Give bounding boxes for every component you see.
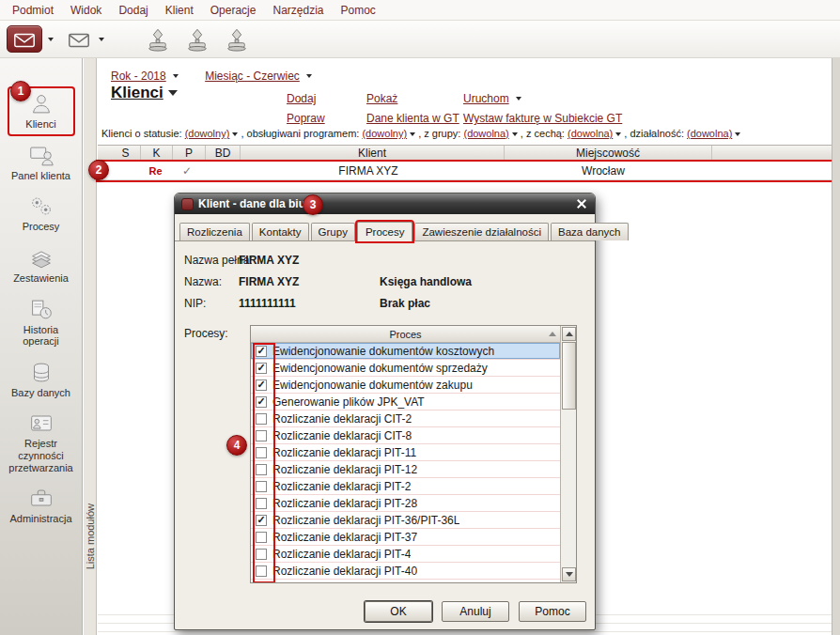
client-row[interactable]: Re ✓ FIRMA XYZ Wrocław — [98, 162, 833, 180]
process-row[interactable]: Rozliczanie deklaracji PIT-37 — [251, 529, 560, 546]
menu-item[interactable]: Operacje — [202, 1, 265, 20]
process-checkbox[interactable] — [256, 464, 267, 475]
toolbar-button[interactable] — [7, 25, 54, 53]
process-row[interactable]: Rozliczanie deklaracji PIT-28 — [251, 495, 560, 512]
process-row[interactable]: Ewidencjonowanie dokumentów sprzedaży — [251, 360, 560, 377]
process-row[interactable]: Generowanie plików JPK_VAT — [251, 394, 560, 410]
period-link[interactable]: Miesiąc - Czerwiec — [205, 67, 312, 84]
scrollbar-thumb[interactable] — [562, 342, 576, 410]
menu-item[interactable]: Widok — [62, 1, 110, 20]
process-checkbox[interactable] — [256, 363, 267, 374]
process-row[interactable]: Rozliczanie deklaracji PIT-12 — [251, 461, 560, 478]
scroll-down-icon[interactable] — [562, 567, 576, 581]
process-checkbox[interactable] — [256, 396, 267, 408]
process-checkbox[interactable] — [256, 532, 267, 543]
dialog-tab[interactable]: Rozliczenia — [179, 223, 250, 240]
dropdown-arrow-icon — [48, 38, 54, 41]
field-row: Nazwa: FIRMA XYZ Księga handlowa — [184, 271, 585, 292]
process-checkbox[interactable] — [256, 498, 267, 509]
process-row[interactable]: Rozliczanie deklaracji CIT-8 — [251, 427, 560, 444]
annotation-step-4: 4 — [226, 435, 247, 456]
column-header-k[interactable]: K — [141, 146, 173, 161]
sidebar-item[interactable]: Zestawienia — [9, 242, 73, 288]
process-name: Rozliczanie deklaracji CIT-2 — [272, 412, 412, 426]
dialog-tab[interactable]: Procesy — [357, 222, 413, 241]
modules-panel-collapsed[interactable]: Lista modułów — [84, 58, 97, 635]
process-row[interactable]: Rozliczanie deklaracji PIT-40 — [251, 563, 560, 580]
process-checkbox[interactable] — [256, 413, 267, 425]
dialog-button[interactable]: Pomoc — [519, 601, 586, 622]
column-header-s[interactable]: S — [111, 146, 141, 161]
menu-item[interactable]: Pomoc — [333, 1, 384, 20]
dropdown-arrow-icon — [173, 74, 179, 78]
process-name: Rozliczanie deklaracji CIT-8 — [272, 429, 412, 442]
action-link-label: Pokaż — [366, 92, 397, 105]
filter-value-link[interactable]: (dowolna) — [687, 128, 732, 139]
toolbar-button[interactable] — [144, 27, 172, 52]
menu-item[interactable]: Podmiot — [4, 1, 62, 20]
process-checkbox[interactable] — [256, 565, 267, 577]
process-row[interactable]: Rozliczanie deklaracji PIT-4 — [251, 546, 560, 563]
sidebar-item[interactable]: Historia operacji — [9, 294, 73, 351]
toolbar-button[interactable] — [65, 27, 104, 52]
sidebar-item[interactable]: Rejestr czynności przetwarzania — [9, 408, 73, 477]
dialog-tab[interactable]: Zawieszenie działalności — [414, 223, 549, 240]
process-checkbox[interactable] — [256, 549, 267, 560]
process-row[interactable]: Rozliczanie deklaracji PIT-2 — [251, 478, 560, 495]
dialog-tab[interactable]: Kontakty — [252, 223, 309, 240]
process-checkbox[interactable] — [256, 447, 267, 458]
close-icon[interactable] — [575, 197, 588, 210]
action-link[interactable]: Wystaw fakturę w Subiekcie GT — [463, 109, 622, 126]
column-header-bd[interactable]: BD — [206, 146, 241, 161]
menu-item[interactable]: Dodaj — [110, 1, 156, 20]
table-header: S K P BD Klient Miejscowość — [98, 145, 833, 162]
action-link[interactable]: Dodaj — [287, 89, 366, 106]
action-link[interactable]: Dane klienta w GT — [366, 109, 463, 126]
dialog-button[interactable]: Anuluj — [442, 601, 509, 622]
scrollbar[interactable] — [560, 326, 576, 582]
dialog-button[interactable]: OK — [365, 601, 432, 622]
filter-value-link[interactable]: (dowolna) — [568, 128, 613, 139]
menu-item[interactable]: Narzędzia — [264, 1, 332, 20]
dialog-tab[interactable]: Baza danych — [551, 223, 629, 240]
column-header-p[interactable]: P — [173, 146, 206, 161]
process-row[interactable]: Ewidencjonowanie dokumentów kosztowych — [251, 343, 560, 360]
filter-value-link[interactable]: (dowolny) — [185, 128, 230, 139]
process-checkbox[interactable] — [256, 346, 267, 357]
period-link[interactable]: Rok - 2018 — [111, 67, 179, 84]
process-row[interactable]: Rozliczanie deklaracji CIT-2 — [251, 410, 560, 427]
dialog-tab[interactable]: Grupy — [311, 223, 355, 240]
scroll-up-icon[interactable] — [562, 327, 576, 341]
sidebar-item[interactable]: Administracja — [9, 483, 73, 529]
process-list-header[interactable]: Proces — [251, 326, 560, 343]
process-row[interactable]: Rozliczanie deklaracji PIT-11 — [251, 444, 560, 461]
process-row[interactable]: Ewidencjonowanie dokumentów zakupu — [251, 377, 560, 394]
process-checkbox[interactable] — [256, 379, 267, 391]
page-title[interactable]: Klienci — [111, 84, 178, 102]
action-link[interactable]: Popraw — [287, 109, 366, 126]
stamp-icon — [183, 27, 211, 52]
annotation-step-1: 1 — [10, 81, 31, 101]
filter-value-link[interactable]: (dowolna) — [463, 128, 508, 139]
sidebar-item[interactable]: Procesy — [9, 191, 73, 237]
process-name: Rozliczanie deklaracji PIT-36/PIT-36L — [272, 514, 459, 527]
column-header-klient[interactable]: Klient — [241, 146, 505, 161]
process-checkbox[interactable] — [256, 515, 267, 526]
dialog-tabs: Rozliczenia Kontakty Grupy Procesy Zawie… — [179, 222, 595, 240]
process-checkbox[interactable] — [256, 481, 267, 492]
process-row[interactable]: Rozliczanie deklaracji PIT-36/PIT-36L — [251, 512, 560, 529]
toolbar-button[interactable] — [223, 27, 251, 52]
dialog-buttons: OKAnulujPomoc — [365, 601, 586, 622]
filter-value-link[interactable]: (dowolny) — [362, 128, 407, 139]
action-link[interactable]: Uruchom — [463, 89, 622, 106]
process-checkbox[interactable] — [256, 430, 267, 441]
sidebar-item[interactable]: Panel klienta — [9, 140, 73, 186]
dialog-tab-label: Baza danych — [558, 226, 621, 238]
menu-item[interactable]: Klient — [157, 1, 202, 20]
action-link[interactable]: Pokaż — [366, 89, 463, 106]
toolbar-button[interactable] — [183, 27, 211, 52]
client-bd-cell — [203, 162, 237, 179]
sidebar-item[interactable]: Bazy danych — [9, 357, 73, 403]
column-header-miejscowosc[interactable]: Miejscowość — [505, 146, 712, 161]
register-icon — [27, 410, 55, 436]
